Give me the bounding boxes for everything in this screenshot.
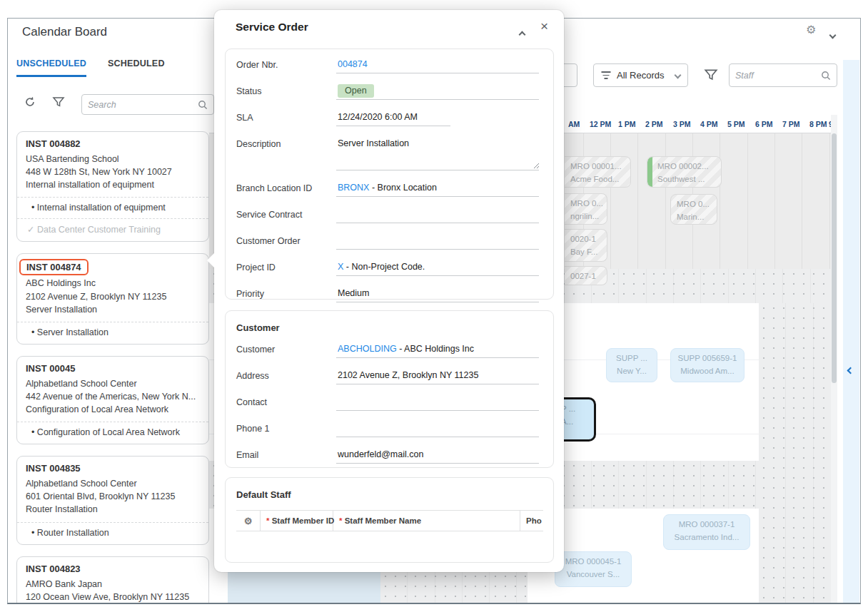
collapse-side-panel[interactable]: [843, 60, 859, 603]
filter-icon[interactable]: [52, 96, 68, 111]
time-label: 2 PM: [645, 120, 663, 128]
modal-callout-arrow: [207, 253, 214, 267]
refresh-icon[interactable]: [24, 96, 39, 111]
time-label: 6 PM: [755, 120, 773, 128]
column-header-staff-id[interactable]: Staff Member ID: [261, 511, 333, 531]
column-header-staff-name[interactable]: Staff Member Name: [333, 511, 520, 531]
chevron-down-icon[interactable]: [830, 28, 835, 41]
phone-field[interactable]: [336, 422, 539, 437]
field-label: Order Nbr.: [236, 58, 336, 70]
order-number-link[interactable]: 004874: [338, 59, 368, 69]
search-input[interactable]: [88, 100, 198, 110]
priority-field[interactable]: Medium: [336, 287, 539, 302]
service-order-card[interactable]: INST 00045 Alphabetland School Center 44…: [16, 356, 209, 444]
branch-link[interactable]: BRONX: [338, 183, 369, 193]
contact-field[interactable]: [336, 396, 539, 411]
gear-icon[interactable]: ⚙: [806, 23, 816, 36]
card-description: Router Installation: [26, 503, 200, 516]
sla-field[interactable]: 12/24/2020 6:00 AM: [336, 111, 450, 126]
appointment-event[interactable]: MRO 000045-1Vancouver S...: [555, 551, 632, 587]
service-order-card[interactable]: INST 004823 AMRO Bank Japan 120 Ocean Vi…: [16, 556, 209, 603]
service-order-modal: Service Order × Order Nbr. 004874 Status…: [214, 10, 564, 572]
collapse-icon[interactable]: [520, 27, 525, 40]
calendar-nonworking-band: [380, 571, 528, 603]
service-order-card[interactable]: INST 004835 Alphabetland School Center 6…: [16, 456, 209, 544]
card-order-number: INST 004823: [26, 563, 200, 574]
time-label: 1 PM: [618, 120, 636, 128]
left-panel-toolbar: [8, 90, 216, 118]
page-title: Calendar Board: [22, 25, 107, 39]
order-number-field[interactable]: 004874: [336, 58, 539, 73]
chevron-down-icon: [675, 72, 682, 79]
email-field[interactable]: wunderfeld@mail.con: [336, 449, 539, 464]
search-icon: [198, 100, 208, 110]
card-address: 601 Oriental Blvd, Brooklyn NY 11235: [26, 490, 200, 503]
appointment-event[interactable]: SUPP 005659-1Midwood Am...: [670, 348, 745, 382]
time-label: AM: [568, 120, 580, 128]
service-order-card[interactable]: INST 004882 USA Bartending School 448 W …: [16, 131, 209, 242]
card-customer: ABC Holdings Inc: [26, 277, 200, 290]
card-order-number-highlighted: INST 004874: [19, 259, 89, 275]
divider: [17, 422, 208, 422]
section-title: Customer: [236, 322, 539, 333]
customer-section: Customer Customer ABCHOLDING - ABC Holdi…: [225, 310, 554, 468]
branch-location-field[interactable]: BRONX - Bronx Location: [336, 182, 539, 197]
card-service-item: Configuration of Local Area Network: [26, 427, 200, 437]
divider: [17, 218, 208, 219]
card-customer: Alphabetland School Center: [26, 377, 200, 390]
project-id-field[interactable]: X - Non-Project Code.: [336, 261, 539, 276]
calendar-board-page: Calendar Board ⚙ UNSCHEDULED SCHEDULED: [0, 0, 868, 612]
resize-handle-icon[interactable]: [533, 162, 539, 168]
order-details-section: Order Nbr. 004874 Status Open SLA 12/24/…: [225, 49, 554, 300]
appointment-event[interactable]: MRO 0...ngrilin...: [565, 193, 607, 225]
field-label: Service Contract: [236, 208, 336, 220]
appointment-event[interactable]: 0027-1: [565, 266, 607, 285]
description-field[interactable]: Server Installation: [336, 138, 539, 170]
column-header-phone[interactable]: Pho: [520, 511, 543, 531]
appointment-event[interactable]: MRO 00002...Southwest ...: [647, 156, 722, 188]
time-label: 7 PM: [782, 120, 800, 128]
time-label: 4 PM: [700, 120, 718, 128]
field-label: Contact: [236, 396, 336, 407]
section-title: Default Staff: [236, 489, 539, 500]
appointment-event[interactable]: MRO 0...Marin...: [670, 194, 717, 225]
appointment-event[interactable]: 0020-1Bay F...: [565, 229, 607, 262]
appointment-event[interactable]: MRO 000037-1Sacramento Ind...: [663, 514, 750, 550]
vertical-scrollbar-thumb[interactable]: [832, 133, 837, 383]
tab-unscheduled[interactable]: UNSCHEDULED: [16, 58, 86, 77]
service-order-card-selected[interactable]: INST 004874 ABC Holdings Inc 2102 Avenue…: [16, 253, 209, 344]
customer-order-field[interactable]: [336, 235, 539, 250]
divider: [17, 522, 208, 523]
search-icon: [821, 71, 831, 81]
field-label: Project ID: [236, 261, 336, 272]
card-customer: AMRO Bank Japan: [26, 578, 200, 591]
staff-search-input[interactable]: [735, 71, 821, 81]
records-filter-value: All Records: [617, 70, 675, 81]
customer-link[interactable]: ABCHOLDING: [338, 344, 397, 354]
close-icon[interactable]: ×: [540, 19, 548, 34]
service-contract-field[interactable]: [336, 208, 539, 223]
card-order-number: INST 004835: [26, 463, 200, 474]
grid-settings-gear-icon[interactable]: ⚙: [236, 511, 261, 531]
card-order-number: INST 004882: [26, 138, 200, 149]
selected-row-highlight: [228, 571, 380, 603]
card-description: Internal installation of equipment: [26, 178, 200, 191]
card-service-item: Server Installation: [26, 327, 200, 337]
calendar-filter-icon[interactable]: [704, 68, 718, 82]
search-box: [81, 94, 214, 115]
card-description: Server Installation: [26, 303, 200, 316]
field-label: Email: [236, 449, 336, 460]
time-label: 5 PM: [727, 120, 745, 128]
field-label: Status: [236, 85, 336, 96]
filter-lines-icon: [601, 71, 610, 79]
records-filter-dropdown[interactable]: All Records: [593, 63, 688, 87]
appointment-event[interactable]: SUPP ...New Y...: [606, 348, 657, 382]
appointment-event[interactable]: MRO 00001...Acme Food...: [565, 156, 631, 188]
address-field[interactable]: 2102 Avenue Z, Brooklyn NY 11235: [336, 369, 539, 384]
tab-scheduled[interactable]: SCHEDULED: [108, 58, 165, 77]
customer-field[interactable]: ABCHOLDING - ABC Holdings Inc: [336, 343, 539, 358]
unscheduled-panel: UNSCHEDULED SCHEDULED: [8, 49, 216, 603]
card-service-item: Internal installation of equipment: [26, 203, 200, 213]
staff-search-box: [729, 63, 837, 87]
field-label: Description: [236, 138, 336, 149]
